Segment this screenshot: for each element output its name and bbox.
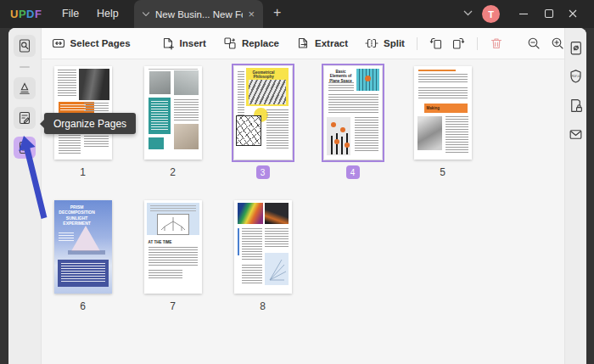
sidebar-item-protect[interactable] (566, 96, 585, 115)
art-block (59, 135, 81, 154)
art-block (149, 71, 171, 94)
page-6-title: Prism Decomposition Sunlight Experiment (59, 204, 96, 226)
rotate-left-button[interactable] (429, 36, 443, 50)
rotate-right-button[interactable] (451, 36, 465, 50)
replace-button[interactable]: Replace (223, 36, 279, 50)
logo-letter: D (26, 8, 35, 20)
protect-document-icon (568, 98, 584, 114)
sidebar-item-search-pages[interactable] (14, 35, 36, 57)
close-window-button[interactable] (568, 8, 578, 19)
diagram-art (160, 216, 187, 233)
zoom-in-icon (551, 36, 564, 50)
art-block (446, 116, 468, 154)
split-button[interactable]: Split (365, 36, 405, 50)
art-block (150, 205, 196, 212)
toolbar-separator (477, 37, 478, 50)
new-tab-button[interactable]: + (273, 6, 281, 20)
art-block (148, 247, 198, 266)
rotate-right-icon (451, 36, 465, 50)
page-number-badge: 4 (346, 165, 360, 179)
organize-pages-tooltip: Organize Pages (44, 113, 136, 134)
tooltip-arrow (40, 120, 44, 128)
document-tab[interactable]: New Busin... New Font × (134, 0, 263, 28)
art-block (60, 104, 86, 111)
art-block (148, 69, 198, 70)
art-block (148, 137, 164, 149)
mail-icon (568, 126, 584, 143)
art-block (151, 101, 168, 130)
sidebar-item-convert[interactable] (566, 38, 585, 57)
page-cell-7: AT THE TIME 7 (144, 200, 202, 314)
prism-lines-art (266, 255, 287, 283)
art-block (265, 228, 289, 249)
titlebar: UPDF File Help New Busin... New Font × +… (0, 0, 594, 28)
page-thumbnail-3[interactable]: Geometrical Philosophy (234, 66, 292, 160)
sidebar-item-annotate[interactable] (14, 77, 36, 99)
logo-letter: U (10, 8, 19, 20)
page-thumbnail-5[interactable]: Making (414, 66, 472, 160)
extract-page-icon (296, 36, 310, 50)
sidebar-item-edit[interactable] (14, 107, 36, 129)
maximize-button[interactable] (544, 8, 554, 19)
annotation-arrow-icon (15, 129, 51, 224)
extract-button[interactable]: Extract (296, 36, 348, 50)
menu-help[interactable]: Help (97, 8, 119, 20)
zoom-out-icon (527, 36, 541, 50)
art-block (266, 109, 289, 148)
page-thumbnail-6[interactable]: Prism Decomposition Sunlight Experiment (54, 200, 112, 294)
app-window: UPDF File Help New Busin... New Font × +… (0, 0, 594, 364)
page-3-title: Geometrical Philosophy (249, 70, 279, 80)
art-block (148, 270, 182, 278)
art-block (355, 117, 378, 151)
insert-button[interactable]: Insert (161, 36, 206, 50)
trash-icon (490, 36, 503, 50)
page-cell-8: 8 (234, 200, 292, 314)
rotate-left-icon (429, 36, 443, 50)
art-block (418, 74, 468, 84)
art-block (331, 122, 336, 127)
art-block (238, 203, 263, 224)
art-block (174, 99, 199, 121)
art-block (58, 70, 76, 97)
art-block (238, 71, 244, 120)
zoom-in-button[interactable] (551, 36, 564, 50)
art-block (71, 226, 100, 251)
titlebar-chevron-down-icon[interactable] (463, 10, 473, 16)
convert-document-icon (568, 40, 584, 56)
sidebar-item-pdf-a[interactable]: PDF/A (566, 67, 585, 86)
page-number: 6 (80, 300, 86, 312)
page-4-title: Basic Elements of Plane Space (328, 70, 354, 83)
edit-page-icon (17, 110, 32, 126)
tab-title: New Busin... New Font (155, 9, 243, 20)
page-cell-2: 2 (144, 66, 202, 180)
marker-icon (17, 81, 32, 96)
art-block (236, 115, 261, 146)
zoom-out-button[interactable] (527, 36, 541, 50)
page-cell-3: Geometrical Philosophy 3 (234, 66, 292, 180)
tab-dropdown-caret-icon[interactable] (143, 12, 149, 16)
delete-pages-button[interactable] (490, 36, 503, 50)
art-block (328, 82, 354, 91)
page-cell-6: Prism Decomposition Sunlight Experiment … (54, 200, 112, 314)
select-pages-icon (52, 36, 65, 50)
page-thumbnail-2[interactable] (144, 66, 202, 160)
replace-page-icon (223, 36, 237, 50)
art-block (174, 124, 199, 149)
art-block (365, 76, 371, 81)
sidebar-item-share-mail[interactable] (566, 125, 585, 143)
tab-close-icon[interactable]: × (248, 8, 255, 20)
art-block (340, 127, 345, 132)
tooltip-text: Organize Pages (53, 118, 126, 130)
page-thumbnail-8[interactable] (234, 200, 292, 294)
select-pages-button[interactable]: Select Pages (52, 36, 131, 50)
split-label: Split (384, 38, 405, 48)
page-number-badge: 3 (256, 165, 270, 179)
menu-file[interactable]: File (62, 8, 79, 20)
art-block (418, 70, 456, 71)
user-avatar[interactable]: T (482, 5, 500, 23)
minimize-button[interactable] (518, 8, 529, 19)
page-thumbnail-4[interactable]: Basic Elements of Plane Space (324, 66, 382, 160)
page-thumbnail-7[interactable]: AT THE TIME (144, 200, 202, 294)
art-block (79, 69, 109, 100)
updf-logo: UPDF (10, 8, 42, 20)
